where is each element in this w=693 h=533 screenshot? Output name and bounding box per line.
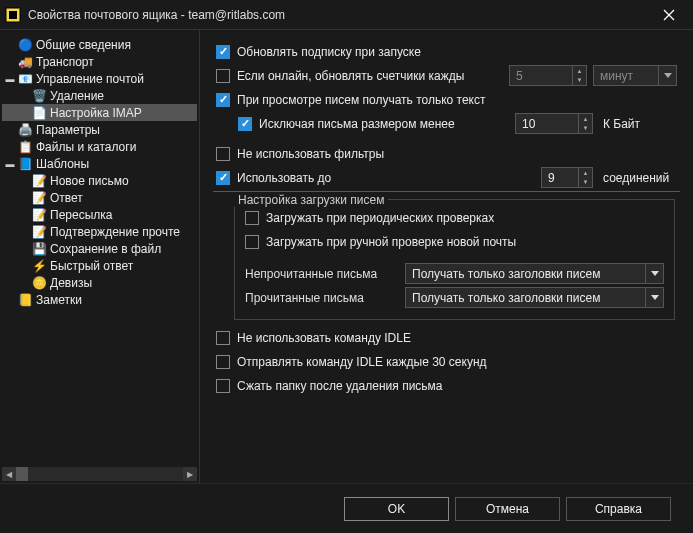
nav-tree: 🔵Общие сведения 🚚Транспорт ▬📧Управление … [0, 30, 200, 483]
ok-button[interactable]: OK [344, 497, 449, 521]
read-select[interactable]: Получать только заголовки писем [405, 287, 664, 308]
tree-save-file[interactable]: 💾Сохранение в файл [2, 240, 197, 257]
read-label: Прочитанные письма [245, 291, 395, 305]
checkbox[interactable] [216, 45, 230, 59]
quick-reply-icon: ⚡ [31, 259, 47, 273]
opt-download-manual[interactable]: Загружать при ручной проверке новой почт… [245, 230, 664, 253]
size-unit-label: К Байт [603, 117, 677, 131]
checkbox[interactable] [245, 211, 259, 225]
scroll-left-icon[interactable]: ◀ [2, 467, 16, 481]
tree-delete[interactable]: 🗑️Удаление [2, 87, 197, 104]
tree-mottos[interactable]: 🪙Девизы [2, 274, 197, 291]
svg-rect-1 [9, 11, 17, 19]
spin-up-icon[interactable]: ▲ [579, 114, 592, 124]
connections-spinner[interactable]: 9▲▼ [541, 167, 593, 188]
tree-mail-mgmt[interactable]: ▬📧Управление почтой [2, 70, 197, 87]
spin-down-icon[interactable]: ▼ [579, 124, 592, 134]
unread-label: Непрочитанные письма [245, 267, 395, 281]
files-icon: 📋 [17, 140, 33, 154]
tree-notes[interactable]: 📒Заметки [2, 291, 197, 308]
opt-except-size[interactable]: Исключая письма размером менее 10▲▼ К Ба… [216, 112, 677, 135]
checkbox[interactable] [216, 171, 230, 185]
confirm-icon: 📝 [31, 225, 47, 239]
checkbox[interactable] [216, 331, 230, 345]
delete-icon: 🗑️ [31, 89, 47, 103]
opt-idle-30[interactable]: Отправлять команду IDLE каждые 30 секунд [216, 350, 677, 373]
opt-use-up-to[interactable]: Использовать до 9▲▼ соединений [216, 166, 677, 189]
tree-imap[interactable]: 📄Настройка IMAP [2, 104, 197, 121]
opt-download-periodic[interactable]: Загружать при периодических проверках [245, 206, 664, 229]
opt-no-idle[interactable]: Не использовать команду IDLE [216, 326, 677, 349]
app-icon [4, 6, 22, 24]
mottos-icon: 🪙 [31, 276, 47, 290]
tree-templates[interactable]: ▬📘Шаблоны [2, 155, 197, 172]
mail-mgmt-icon: 📧 [17, 72, 33, 86]
forward-icon: 📝 [31, 208, 47, 222]
new-letter-icon: 📝 [31, 174, 47, 188]
tree-files[interactable]: 📋Файлы и каталоги [2, 138, 197, 155]
save-icon: 💾 [31, 242, 47, 256]
interval-unit-select[interactable]: минут [593, 65, 677, 86]
unread-select[interactable]: Получать только заголовки писем [405, 263, 664, 284]
unread-row: Непрочитанные письма Получать только заг… [245, 263, 664, 284]
templates-icon: 📘 [17, 157, 33, 171]
download-section: Загружать при периодических проверках За… [234, 200, 675, 320]
reply-icon: 📝 [31, 191, 47, 205]
tree-forward[interactable]: 📝Пересылка [2, 206, 197, 223]
collapse-icon[interactable]: ▬ [4, 74, 16, 84]
window-title: Свойства почтового ящика - team@ritlabs.… [28, 8, 649, 22]
dialog-footer: OK Отмена Справка [0, 483, 693, 533]
cancel-button[interactable]: Отмена [455, 497, 560, 521]
checkbox[interactable] [216, 379, 230, 393]
read-row: Прочитанные письма Получать только загол… [245, 287, 664, 308]
opt-view-text-only[interactable]: При просмотре писем получать только текс… [216, 88, 677, 111]
opt-if-online[interactable]: Если онлайн, обновлять счетчики кажды 5▲… [216, 64, 677, 87]
chevron-down-icon[interactable] [645, 264, 663, 283]
title-bar: Свойства почтового ящика - team@ritlabs.… [0, 0, 693, 30]
collapse-icon[interactable]: ▬ [4, 159, 16, 169]
scroll-right-icon[interactable]: ▶ [183, 467, 197, 481]
tree-reply[interactable]: 📝Ответ [2, 189, 197, 206]
checkbox[interactable] [216, 93, 230, 107]
checkbox[interactable] [238, 117, 252, 131]
params-icon: 🖨️ [17, 123, 33, 137]
notes-icon: 📒 [17, 293, 33, 307]
interval-spinner[interactable]: 5▲▼ [509, 65, 587, 86]
download-section-label: Настройка загрузки писем [234, 193, 388, 207]
opt-compress[interactable]: Сжать папку после удаления письма [216, 374, 677, 397]
tree-new-letter[interactable]: 📝Новое письмо [2, 172, 197, 189]
transport-icon: 🚚 [17, 55, 33, 69]
imap-icon: 📄 [31, 106, 47, 120]
opt-no-filters[interactable]: Не использовать фильтры [216, 142, 677, 165]
size-spinner[interactable]: 10▲▼ [515, 113, 593, 134]
close-button[interactable] [649, 0, 689, 30]
help-button[interactable]: Справка [566, 497, 671, 521]
checkbox[interactable] [216, 355, 230, 369]
tree-scrollbar[interactable]: ◀▶ [2, 467, 197, 481]
tree-transport[interactable]: 🚚Транспорт [2, 53, 197, 70]
spin-up-icon[interactable]: ▲ [573, 66, 586, 76]
opt-refresh-subscription[interactable]: Обновлять подписку при запуске [216, 40, 677, 63]
spin-up-icon[interactable]: ▲ [579, 168, 592, 178]
connections-label: соединений [603, 171, 677, 185]
info-icon: 🔵 [17, 38, 33, 52]
chevron-down-icon[interactable] [658, 66, 676, 85]
chevron-down-icon[interactable] [645, 288, 663, 307]
settings-panel: Обновлять подписку при запуске Если онла… [200, 30, 693, 483]
tree-general[interactable]: 🔵Общие сведения [2, 36, 197, 53]
spin-down-icon[interactable]: ▼ [579, 178, 592, 188]
tree-params[interactable]: 🖨️Параметры [2, 121, 197, 138]
checkbox[interactable] [245, 235, 259, 249]
checkbox[interactable] [216, 69, 230, 83]
tree-read-confirm[interactable]: 📝Подтверждение прочте [2, 223, 197, 240]
spin-down-icon[interactable]: ▼ [573, 76, 586, 86]
checkbox[interactable] [216, 147, 230, 161]
tree-quick-reply[interactable]: ⚡Быстрый ответ [2, 257, 197, 274]
